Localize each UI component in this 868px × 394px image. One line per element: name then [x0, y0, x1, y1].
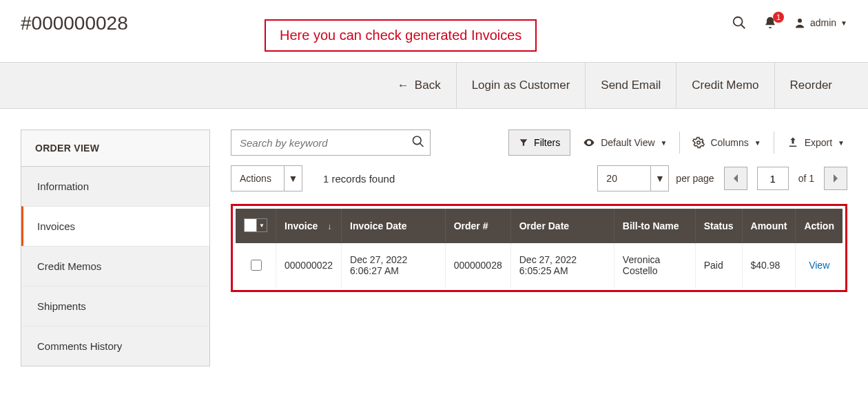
chevron-down-icon: ▼ — [838, 139, 845, 147]
default-view-label: Default View — [601, 137, 654, 148]
svg-point-5 — [697, 141, 701, 145]
sidebar-item-shipments[interactable]: Shipments — [21, 286, 209, 326]
prev-page-button[interactable] — [724, 167, 747, 190]
sidebar-item-invoices[interactable]: Invoices — [21, 206, 209, 246]
search-input[interactable] — [231, 129, 431, 156]
send-email-button[interactable]: Send Email — [585, 63, 676, 108]
back-button[interactable]: ← Back — [382, 63, 456, 108]
svg-point-0 — [734, 17, 743, 26]
invoices-grid: ▼ Invoice ↓ Invoice Date Order # Order D… — [236, 209, 843, 287]
columns-control[interactable]: Columns ▼ — [690, 129, 763, 156]
col-order-num[interactable]: Order # — [445, 209, 510, 243]
annotation-callout: Here you can check generated Invoices — [265, 19, 537, 52]
chevron-left-icon — [732, 174, 739, 183]
col-invoice[interactable]: Invoice ↓ — [276, 209, 342, 243]
page-size-select[interactable]: 20 ▼ — [597, 165, 669, 191]
grid-toolbar-bottom: Actions ▼ 1 records found 20 ▼ per page … — [231, 165, 847, 191]
chevron-down-icon[interactable]: ▼ — [651, 165, 669, 191]
table-row[interactable]: 000000022 Dec 27, 2022 6:06:27 AM 000000… — [236, 243, 843, 287]
next-page-button[interactable] — [824, 167, 847, 190]
login-as-customer-button[interactable]: Login as Customer — [456, 63, 586, 108]
page-header: #000000028 Here you can check generated … — [0, 0, 868, 62]
back-label: Back — [415, 79, 441, 92]
notifications-icon[interactable]: 1 — [763, 16, 777, 30]
filters-label: Filters — [534, 137, 560, 148]
sidebar-item-information[interactable]: Information — [21, 167, 209, 206]
gear-icon — [692, 136, 705, 149]
grid-toolbar-top: Filters Default View ▼ Columns ▼ Export … — [231, 129, 847, 156]
page-title: #000000028 — [21, 12, 128, 34]
divider — [679, 132, 680, 154]
page-size-value: 20 — [597, 165, 651, 191]
chevron-down-icon: ▼ — [840, 19, 847, 27]
page-input[interactable] — [757, 167, 789, 190]
default-view-control[interactable]: Default View ▼ — [580, 129, 670, 156]
col-invoice-label: Invoice — [285, 220, 318, 231]
search-submit-icon[interactable] — [411, 135, 425, 151]
col-bill-to[interactable]: Bill-to Name — [614, 209, 695, 243]
search-wrap — [231, 129, 431, 156]
cell-order-num: 000000028 — [445, 243, 510, 287]
cell-amount: $40.98 — [742, 243, 796, 287]
svg-point-2 — [798, 19, 802, 23]
col-amount[interactable]: Amount — [742, 209, 796, 243]
export-control[interactable]: Export ▼ — [784, 129, 847, 156]
of-label: of — [798, 173, 807, 184]
sort-arrow-down-icon: ↓ — [327, 222, 331, 231]
select-all-header[interactable]: ▼ — [236, 209, 276, 243]
col-status[interactable]: Status — [695, 209, 742, 243]
notification-badge: 1 — [773, 12, 784, 23]
eye-icon — [583, 136, 595, 149]
cell-status: Paid — [695, 243, 742, 287]
sidebar-title: ORDER VIEW — [21, 130, 209, 167]
user-menu[interactable]: admin ▼ — [794, 17, 847, 29]
table-header-row: ▼ Invoice ↓ Invoice Date Order # Order D… — [236, 209, 843, 243]
records-found: 1 records found — [323, 173, 395, 185]
pagination-of: of 1 — [798, 173, 814, 184]
user-label: admin — [810, 17, 836, 28]
chevron-down-icon: ▼ — [661, 139, 668, 147]
chevron-down-icon[interactable]: ▼ — [285, 165, 302, 191]
credit-memo-button[interactable]: Credit Memo — [676, 63, 774, 108]
svg-line-1 — [741, 25, 745, 29]
svg-line-4 — [420, 143, 424, 147]
content: ORDER VIEW Information Invoices Credit M… — [0, 109, 868, 387]
view-link[interactable]: View — [809, 260, 829, 271]
total-pages: 1 — [809, 173, 814, 184]
arrow-left-icon: ← — [397, 79, 409, 92]
col-order-date[interactable]: Order Date — [510, 209, 614, 243]
export-icon — [787, 136, 799, 149]
divider — [774, 132, 774, 154]
sidebar-item-credit-memos[interactable]: Credit Memos — [21, 246, 209, 286]
export-label: Export — [805, 137, 832, 148]
row-checkbox-cell — [236, 243, 276, 287]
sidebar-item-comments-history[interactable]: Comments History — [21, 326, 209, 366]
invoices-grid-highlight: ▼ Invoice ↓ Invoice Date Order # Order D… — [231, 204, 847, 292]
pagination: of 1 — [724, 167, 847, 190]
select-all-dropdown[interactable]: ▼ — [257, 219, 267, 231]
user-icon — [794, 17, 806, 29]
header-tools: 1 admin ▼ — [732, 15, 847, 30]
search-icon[interactable] — [732, 15, 747, 30]
reorder-button[interactable]: Reorder — [774, 63, 847, 108]
cell-invoice: 000000022 — [276, 243, 342, 287]
per-page-label: per page — [676, 173, 714, 184]
row-checkbox[interactable] — [251, 260, 262, 271]
columns-label: Columns — [710, 137, 748, 148]
mass-actions-select[interactable]: Actions ▼ — [231, 165, 302, 191]
funnel-icon — [519, 138, 528, 147]
per-page-control: 20 ▼ per page — [597, 165, 714, 191]
order-view-sidebar: ORDER VIEW Information Invoices Credit M… — [21, 129, 210, 366]
mass-actions-label: Actions — [231, 165, 285, 191]
chevron-down-icon: ▼ — [754, 139, 761, 147]
col-action[interactable]: Action — [796, 209, 843, 243]
cell-invoice-date: Dec 27, 2022 6:06:27 AM — [342, 243, 446, 287]
cell-action: View — [796, 243, 843, 287]
col-invoice-date[interactable]: Invoice Date — [342, 209, 446, 243]
filters-button[interactable]: Filters — [508, 129, 570, 156]
order-actions-bar: ← Back Login as Customer Send Email Cred… — [0, 62, 868, 109]
chevron-right-icon — [832, 174, 839, 183]
cell-order-date: Dec 27, 2022 6:05:25 AM — [510, 243, 614, 287]
select-all-checkbox[interactable] — [245, 219, 257, 231]
cell-bill-to: Veronica Costello — [614, 243, 695, 287]
